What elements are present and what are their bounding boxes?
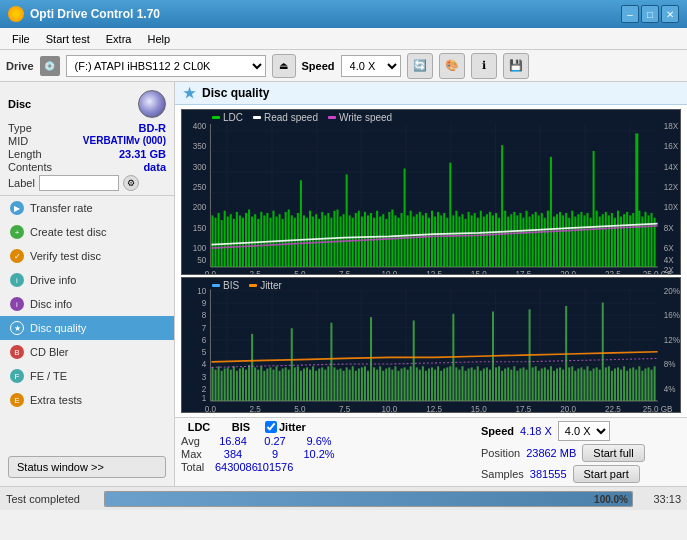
speed-select[interactable]: 4.0 X — [341, 55, 401, 77]
main-area: Disc Type BD-R MID VERBATIMv (000) Lengt… — [0, 82, 687, 486]
svg-rect-229 — [282, 368, 284, 400]
sidebar-item-cd-bler[interactable]: B CD Bler — [0, 340, 174, 364]
svg-rect-106 — [440, 215, 442, 267]
disc-contents-label: Contents — [8, 161, 52, 173]
svg-rect-292 — [474, 370, 476, 401]
disc-label-row: Label ⚙ — [8, 175, 166, 191]
svg-rect-118 — [477, 218, 479, 267]
disc-label-input[interactable] — [39, 175, 119, 191]
start-part-button[interactable]: Start part — [573, 465, 640, 483]
svg-rect-227 — [276, 366, 278, 401]
refresh-button[interactable]: 🔄 — [407, 53, 433, 79]
svg-rect-290 — [468, 368, 470, 400]
legend-jitter-dot — [249, 284, 257, 287]
svg-text:5: 5 — [202, 347, 207, 357]
sidebar-item-disc-info[interactable]: i Disc info — [0, 292, 174, 316]
menu-help[interactable]: Help — [139, 31, 178, 47]
stats-avg-speed: 4.18 X — [520, 425, 552, 437]
svg-rect-327 — [580, 367, 582, 401]
legend-bis: BIS — [212, 280, 239, 291]
svg-rect-270 — [407, 370, 409, 401]
svg-rect-306 — [516, 371, 518, 401]
close-button[interactable]: ✕ — [661, 5, 679, 23]
sidebar-item-transfer-rate[interactable]: ▶ Transfer rate — [0, 196, 174, 220]
svg-rect-241 — [318, 368, 320, 400]
save-button[interactable]: 💾 — [503, 53, 529, 79]
stats-speed-select[interactable]: 4.0 X — [558, 421, 610, 441]
color-button[interactable]: 🎨 — [439, 53, 465, 79]
drive-select[interactable]: (F:) ATAPI iHBS112 2 CL0K — [66, 55, 266, 77]
minimize-button[interactable]: – — [621, 5, 639, 23]
svg-rect-351 — [654, 366, 656, 401]
menu-file[interactable]: File — [4, 31, 38, 47]
status-window-button[interactable]: Status window >> — [8, 456, 166, 478]
svg-rect-147 — [565, 213, 567, 267]
stats-total-bis: 101576 — [255, 461, 295, 473]
disc-mid-label: MID — [8, 135, 28, 147]
disc-quality-header: ★ Disc quality — [175, 82, 687, 105]
legend-read-speed: Read speed — [253, 112, 318, 123]
legend-read-speed-dot — [253, 116, 261, 119]
svg-rect-252 — [352, 366, 354, 401]
drive-icon: 💿 — [40, 56, 60, 76]
svg-rect-107 — [443, 213, 445, 267]
info-button[interactable]: ℹ — [471, 53, 497, 79]
svg-rect-274 — [419, 370, 421, 401]
sidebar-item-verify-test-disc[interactable]: ✓ Verify test disc — [0, 244, 174, 268]
menu-extra[interactable]: Extra — [98, 31, 140, 47]
svg-rect-283 — [446, 367, 448, 401]
svg-rect-269 — [404, 367, 406, 401]
disc-title: Disc — [8, 98, 31, 110]
sidebar-label-create-test-disc: Create test disc — [30, 226, 106, 238]
disc-contents-row: Contents data — [8, 161, 166, 173]
sidebar-item-create-test-disc[interactable]: + Create test disc — [0, 220, 174, 244]
sidebar-item-extra-tests[interactable]: E Extra tests — [0, 388, 174, 412]
disc-length-label: Length — [8, 148, 42, 160]
jitter-checkbox[interactable] — [265, 421, 277, 433]
svg-rect-295 — [483, 368, 485, 400]
stats-total-row: Total 6430086 101576 — [181, 461, 473, 473]
maximize-button[interactable]: □ — [641, 5, 659, 23]
svg-text:7.5: 7.5 — [339, 404, 351, 412]
svg-rect-103 — [431, 211, 433, 267]
stats-samples-row: Samples 381555 Start part — [481, 465, 640, 483]
svg-text:8X: 8X — [664, 222, 674, 233]
eject-button[interactable]: ⏏ — [272, 54, 296, 78]
svg-rect-282 — [443, 368, 445, 400]
svg-rect-271 — [410, 366, 412, 401]
svg-rect-248 — [340, 368, 342, 400]
svg-rect-169 — [632, 213, 634, 267]
svg-rect-276 — [425, 371, 427, 401]
svg-rect-130 — [513, 212, 515, 267]
stats-position-label: Position — [481, 447, 520, 459]
disc-mid-row: MID VERBATIMv (000) — [8, 135, 166, 147]
svg-text:6: 6 — [202, 334, 207, 344]
svg-text:16X: 16X — [664, 141, 679, 152]
svg-rect-326 — [577, 368, 579, 400]
svg-rect-47 — [260, 212, 262, 267]
svg-rect-324 — [571, 366, 573, 401]
svg-text:10: 10 — [197, 285, 206, 295]
svg-rect-127 — [504, 211, 506, 267]
svg-text:7: 7 — [202, 322, 207, 332]
svg-rect-151 — [577, 214, 579, 267]
svg-rect-102 — [428, 218, 430, 267]
sidebar-item-fe-te[interactable]: F FE / TE — [0, 364, 174, 388]
svg-rect-265 — [391, 370, 393, 401]
svg-rect-165 — [620, 217, 622, 267]
svg-rect-92 — [397, 218, 399, 267]
sidebar-item-disc-quality[interactable]: ★ Disc quality — [0, 316, 174, 340]
menu-start-test[interactable]: Start test — [38, 31, 98, 47]
svg-rect-304 — [510, 370, 512, 401]
app-title: Opti Drive Control 1.70 — [30, 7, 160, 21]
svg-text:22.5: 22.5 — [605, 404, 621, 412]
svg-rect-286 — [455, 367, 457, 401]
sidebar-item-drive-info[interactable]: i Drive info — [0, 268, 174, 292]
sidebar-label-fe-te: FE / TE — [30, 370, 67, 382]
start-full-button[interactable]: Start full — [582, 444, 644, 462]
svg-rect-217 — [245, 370, 247, 401]
svg-rect-61 — [303, 215, 305, 267]
disc-label-btn[interactable]: ⚙ — [123, 175, 139, 191]
svg-rect-249 — [343, 371, 345, 401]
svg-rect-320 — [559, 367, 561, 401]
